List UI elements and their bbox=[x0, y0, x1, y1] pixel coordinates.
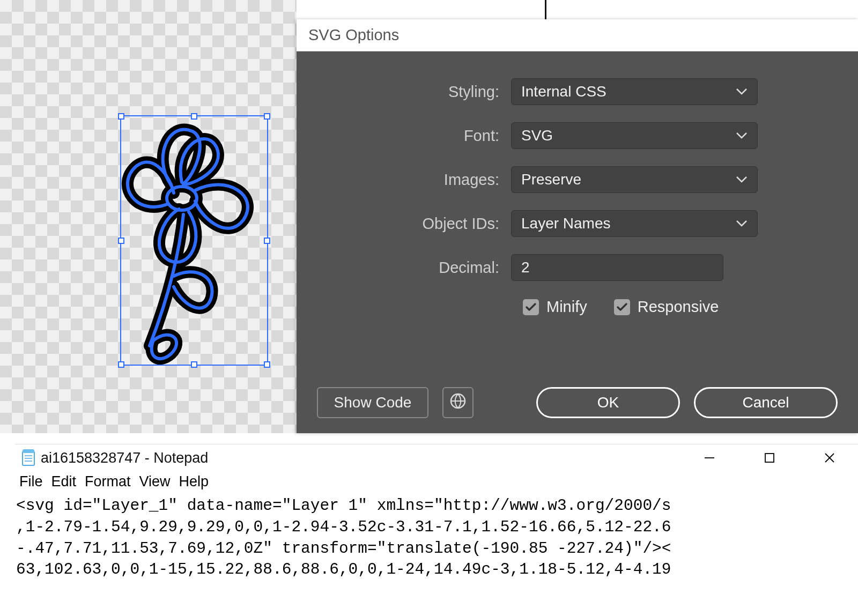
maximize-button[interactable] bbox=[761, 450, 778, 466]
styling-label: Styling: bbox=[323, 83, 511, 101]
notepad-textarea[interactable]: <svg id="Layer_1" data-name="Layer 1" xm… bbox=[15, 494, 858, 585]
code-line: <svg id="Layer_1" data-name="Layer 1" xm… bbox=[16, 495, 855, 517]
notepad-title: ai16158328747 - Notepad bbox=[41, 450, 208, 466]
chevron-down-icon bbox=[736, 220, 748, 227]
styling-value: Internal CSS bbox=[521, 83, 606, 100]
decimal-input[interactable] bbox=[511, 254, 723, 281]
selection-bounding-box[interactable] bbox=[120, 115, 268, 366]
font-label: Font: bbox=[323, 127, 511, 145]
selection-handle-bm[interactable] bbox=[191, 361, 197, 368]
selection-handle-tm[interactable] bbox=[191, 113, 197, 120]
dialog-titlebar: SVG Options bbox=[297, 19, 858, 51]
globe-icon bbox=[449, 392, 467, 413]
check-icon bbox=[525, 302, 537, 312]
decimal-label: Decimal: bbox=[323, 259, 511, 277]
minify-checkbox[interactable]: Minify bbox=[523, 298, 587, 316]
images-value: Preserve bbox=[521, 171, 581, 188]
selection-handle-tl[interactable] bbox=[118, 113, 124, 120]
menu-file[interactable]: File bbox=[19, 473, 43, 490]
font-dropdown[interactable]: SVG bbox=[511, 122, 758, 149]
preview-in-browser-button[interactable] bbox=[442, 387, 474, 418]
images-dropdown[interactable]: Preserve bbox=[511, 166, 758, 193]
code-line: -.47,7.71,11.53,7.69,12,0Z" transform="t… bbox=[16, 538, 855, 560]
objectids-dropdown[interactable]: Layer Names bbox=[511, 210, 758, 237]
images-label: Images: bbox=[323, 171, 511, 189]
font-value: SVG bbox=[521, 127, 553, 144]
top-guide bbox=[545, 0, 546, 19]
menu-edit[interactable]: Edit bbox=[51, 473, 77, 490]
objectids-value: Layer Names bbox=[521, 215, 611, 232]
chevron-down-icon bbox=[736, 132, 748, 139]
svg-rect-9 bbox=[765, 454, 774, 462]
menu-help[interactable]: Help bbox=[179, 473, 209, 490]
chevron-down-icon bbox=[736, 88, 748, 95]
code-line: ,1-2.79-1.54,9.29,9.29,0,0,1-2.94-3.52c-… bbox=[16, 517, 855, 538]
show-code-button[interactable]: Show Code bbox=[317, 387, 428, 418]
styling-dropdown[interactable]: Internal CSS bbox=[511, 78, 758, 105]
check-icon bbox=[616, 302, 628, 312]
ok-button[interactable]: OK bbox=[536, 387, 680, 418]
selection-handle-mr[interactable] bbox=[264, 238, 270, 244]
chevron-down-icon bbox=[736, 176, 748, 183]
close-button[interactable] bbox=[822, 450, 838, 466]
responsive-checkbox[interactable]: Responsive bbox=[614, 298, 719, 316]
selection-handle-bl[interactable] bbox=[118, 361, 124, 368]
notepad-icon bbox=[20, 448, 36, 467]
notepad-menubar: File Edit Format View Help bbox=[15, 471, 858, 494]
dialog-title: SVG Options bbox=[308, 26, 399, 44]
code-line: 63,102.63,0,0,1-15,15.22,88.6,88.6,0,0,1… bbox=[16, 559, 855, 581]
svg-options-dialog: SVG Options Styling: Internal CSS Font: … bbox=[297, 19, 858, 433]
minimize-button[interactable] bbox=[701, 450, 718, 466]
minify-label: Minify bbox=[546, 298, 587, 316]
selection-handle-ml[interactable] bbox=[118, 238, 124, 244]
svg-rect-4 bbox=[23, 449, 34, 453]
responsive-label: Responsive bbox=[638, 298, 719, 316]
menu-view[interactable]: View bbox=[139, 473, 171, 490]
selection-handle-tr[interactable] bbox=[264, 113, 270, 120]
notepad-titlebar[interactable]: ai16158328747 - Notepad bbox=[15, 444, 858, 471]
menu-format[interactable]: Format bbox=[85, 473, 131, 490]
objectids-label: Object IDs: bbox=[323, 215, 511, 233]
selection-handle-br[interactable] bbox=[264, 361, 270, 368]
cancel-button[interactable]: Cancel bbox=[694, 387, 838, 418]
notepad-window: ai16158328747 - Notepad File Edit Format… bbox=[15, 444, 858, 616]
